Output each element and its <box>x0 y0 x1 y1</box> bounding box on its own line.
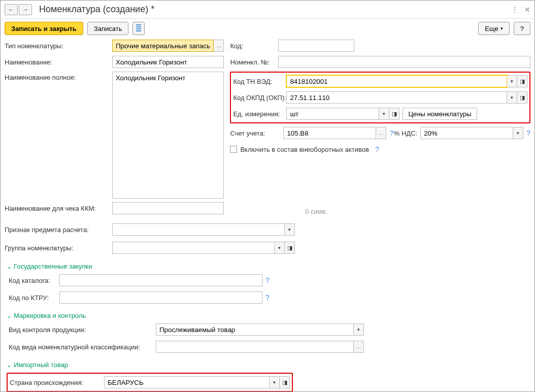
include-label: Включить в состав внеоборотных активов <box>240 146 369 153</box>
tnved-input[interactable] <box>286 75 507 87</box>
titlebar: ← → Номенклатура (создание) * ⋮ ✕ <box>1 1 534 19</box>
catalog-label: Код каталога: <box>9 277 59 284</box>
vat-dropdown-button[interactable]: ▾ <box>513 127 523 139</box>
name-label: Наименование: <box>5 58 112 66</box>
nomenkl-label: Номенкл. №: <box>230 58 278 66</box>
calc-sign-dropdown-button[interactable]: ▾ <box>285 223 295 236</box>
tnved-dropdown-button[interactable]: ▾ <box>507 75 517 87</box>
list-button[interactable] <box>132 22 145 35</box>
country-dropdown-button[interactable]: ▾ <box>270 376 280 388</box>
vat-input[interactable] <box>420 127 513 139</box>
unit-open-button[interactable]: ◨ <box>389 108 399 120</box>
account-input[interactable] <box>283 127 376 139</box>
okpd-label: Код ОКПД (ОКП): <box>233 94 286 102</box>
nomenkl-input[interactable] <box>278 56 530 68</box>
save-button[interactable]: Записать <box>87 22 129 35</box>
okpd-dropdown-button[interactable]: ▾ <box>507 91 517 104</box>
ktru-input[interactable] <box>59 291 262 304</box>
name-input[interactable] <box>112 56 224 68</box>
unit-dropdown-button[interactable]: ▾ <box>379 108 389 120</box>
control-label: Вид контроля продукции: <box>9 326 156 334</box>
control-input[interactable] <box>156 323 354 336</box>
more-button[interactable]: Еще <box>478 22 509 35</box>
toolbar: Записать и закрыть Записать Еще ? <box>1 19 534 38</box>
ktru-label: Код по КТРУ: <box>9 294 59 302</box>
include-checkbox[interactable] <box>230 146 237 153</box>
type-ellipsis-button[interactable]: … <box>214 40 224 52</box>
calc-sign-input[interactable] <box>112 223 285 236</box>
section-gov[interactable]: Государственные закупки <box>7 263 530 270</box>
list-icon <box>136 24 141 32</box>
code-label: Код: <box>230 42 278 50</box>
prices-button[interactable]: Цены номенклатуры <box>403 108 477 120</box>
help-button[interactable]: ? <box>514 22 530 35</box>
catalog-help-icon[interactable]: ? <box>265 276 270 284</box>
back-button[interactable]: ← <box>5 4 18 15</box>
class-input[interactable] <box>156 341 354 353</box>
tnved-open-button[interactable]: ◨ <box>517 75 527 87</box>
highlighted-box-codes: Код ТН ВЭД: ▾ ◨ Код ОКПД (ОКП): ▾ ◨ <box>230 72 530 123</box>
fullname-textarea[interactable] <box>112 72 224 199</box>
save-close-button[interactable]: Записать и закрыть <box>5 22 83 35</box>
ktru-help-icon[interactable]: ? <box>265 293 270 302</box>
group-input[interactable] <box>112 242 275 254</box>
catalog-input[interactable] <box>59 274 262 286</box>
include-help-icon[interactable]: ? <box>375 145 379 153</box>
okpd-input[interactable] <box>286 91 507 104</box>
okpd-open-button[interactable]: ◨ <box>517 91 527 104</box>
section-mark[interactable]: Маркировка и контроль <box>7 312 530 319</box>
calc-sign-label: Признак предмета расчета: <box>5 226 112 234</box>
tnved-label: Код ТН ВЭД: <box>233 78 286 85</box>
vat-label: % НДС: <box>393 129 420 137</box>
unit-input[interactable] <box>286 108 379 120</box>
section-import[interactable]: Импортный товар <box>7 361 530 369</box>
window-title: Номенклатура (создание) * <box>39 4 511 15</box>
highlighted-box-country: Страна происхождения: ▾ ◨ <box>7 373 293 392</box>
country-label: Страна происхождения: <box>10 379 104 386</box>
vat-help-icon[interactable]: ? <box>526 129 530 137</box>
class-label: Код вида номенклатурной классификации: <box>9 343 156 351</box>
type-label: Тип номенклатуры: <box>5 42 112 50</box>
menu-icon[interactable]: ⋮ <box>511 6 518 14</box>
account-label: Счет учета: <box>230 129 283 137</box>
receipt-char-count: 0 симв. <box>305 208 327 215</box>
fullname-label: Наименование полное: <box>5 72 112 81</box>
country-input[interactable] <box>104 376 270 388</box>
forward-button[interactable]: → <box>19 4 32 15</box>
unit-label: Ед. измерения: <box>233 110 286 118</box>
type-input[interactable] <box>112 40 214 52</box>
group-label: Группа номенклатуры: <box>5 244 112 252</box>
group-dropdown-button[interactable]: ▾ <box>275 242 285 254</box>
country-open-button[interactable]: ◨ <box>280 376 290 388</box>
code-input[interactable] <box>278 40 354 52</box>
close-icon[interactable]: ✕ <box>524 6 530 14</box>
class-ellipsis-button[interactable]: … <box>354 341 364 353</box>
account-ellipsis-button[interactable]: … <box>376 127 386 139</box>
control-dropdown-button[interactable]: ▾ <box>354 323 364 336</box>
group-open-button[interactable]: ◨ <box>285 242 295 254</box>
account-help-icon[interactable]: ? <box>389 129 393 137</box>
